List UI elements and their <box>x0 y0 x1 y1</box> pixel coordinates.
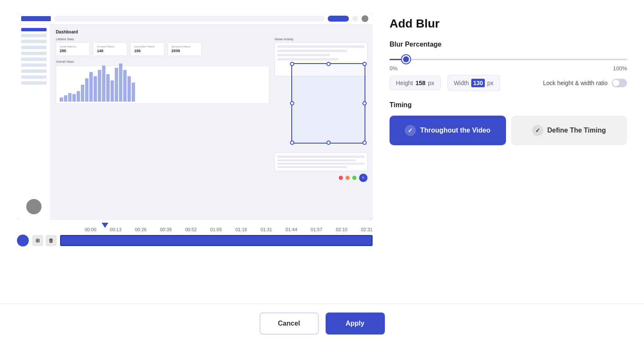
sidebar-item-mock <box>21 40 47 43</box>
sidebar-item-mock <box>21 81 47 85</box>
chart-bar <box>60 97 63 102</box>
width-field: Width 130 px <box>448 75 500 91</box>
new-video-btn-mock <box>328 16 349 22</box>
timestamp-label: 00:52 <box>185 227 197 232</box>
width-label: Width <box>454 80 469 86</box>
stat-card: Subscriber Videos 106 <box>130 42 164 56</box>
timeline-track-row: ⊞ 🗑 <box>17 235 373 246</box>
timestamp-label: 00:39 <box>160 227 172 232</box>
sidebar-bottom <box>26 199 41 217</box>
timing-buttons-group: ✓ Throughout the Video ✓ Define The Timi… <box>390 116 627 145</box>
stats-row: Credit Balance 290 Created Videos 140 Su… <box>56 42 269 56</box>
status-bar-mock: ↻ <box>56 174 368 182</box>
timestamp-label: 02:10 <box>336 227 348 232</box>
timestamp-label: 01:31 <box>260 227 272 232</box>
icon-mock <box>352 16 358 22</box>
blur-slider-container: 0% 100% <box>390 55 627 72</box>
resize-handle-tm[interactable] <box>326 62 331 66</box>
delete-track-button[interactable]: 🗑 <box>46 235 57 246</box>
dimensions-row: Height 158 px Width 130 px Lock height &… <box>390 75 627 91</box>
resize-handle-br[interactable] <box>362 141 367 145</box>
team-activity <box>274 152 368 171</box>
chart-bar <box>119 64 122 102</box>
stat-card: Created Videos 140 <box>93 42 127 56</box>
dashboard-sidebar <box>17 25 51 220</box>
stat-card: Received Videos 2039 <box>168 42 202 56</box>
resize-handle-tl[interactable] <box>290 62 294 66</box>
throughout-video-button[interactable]: ✓ Throughout the Video <box>390 116 506 145</box>
chart-bar <box>64 95 67 102</box>
chart-bar <box>85 78 88 102</box>
chart-bar <box>132 83 135 102</box>
timestamp-label: 00:26 <box>135 227 147 232</box>
height-value: 158 <box>415 80 425 86</box>
chart-bar <box>81 85 84 102</box>
apply-button[interactable]: Apply <box>326 313 385 335</box>
timeline-track[interactable] <box>60 235 373 246</box>
sidebar-item-mock <box>21 75 47 79</box>
chart-bar <box>72 94 76 102</box>
right-content: Viewer Activity <box>274 38 368 171</box>
blur-selection-box[interactable] <box>291 63 365 144</box>
resize-handle-tr[interactable] <box>362 62 367 66</box>
cancel-button[interactable]: Cancel <box>260 313 319 335</box>
bottom-actions: Cancel Apply <box>0 304 644 343</box>
video-player: Dashboard Lifetime Stats Credit Balance … <box>17 13 373 220</box>
lock-ratio-container: Lock height & width ratio <box>543 79 627 87</box>
width-unit: px <box>487 80 494 86</box>
height-field: Height 158 px <box>390 76 441 90</box>
height-unit: px <box>428 80 434 86</box>
sidebar-item-mock <box>21 34 47 37</box>
copy-icon: ⊞ <box>36 238 40 243</box>
profile-avatar <box>26 199 41 214</box>
right-panel: Add Blur Blur Percentage 0% 100% Height … <box>390 13 627 295</box>
sidebar-item-mock <box>21 58 47 61</box>
stat-card: Credit Balance 290 <box>56 42 90 56</box>
resize-handle-bl[interactable] <box>290 141 294 145</box>
define-timing-label: Define The Timing <box>547 127 606 134</box>
sidebar-item-mock <box>21 64 47 67</box>
logo-mock <box>21 16 51 21</box>
dashboard-main: Dashboard Lifetime Stats Credit Balance … <box>51 25 373 220</box>
timeline-icon-group: ⊞ 🗑 <box>32 235 57 246</box>
chart-bar <box>115 68 118 102</box>
timeline-marker <box>102 223 108 228</box>
resize-handle-ml[interactable] <box>290 101 294 105</box>
chart-bar <box>127 76 131 102</box>
chart-bar <box>68 93 72 102</box>
chart-bar <box>123 70 127 102</box>
timestamp-label: 01:57 <box>311 227 323 232</box>
timing-section-label: Timing <box>390 101 627 109</box>
define-checkmark-icon: ✓ <box>532 125 543 136</box>
timestamp-label: 01:18 <box>235 227 247 232</box>
lock-label: Lock height & width ratio <box>543 80 608 86</box>
timeline-add-button[interactable] <box>17 235 29 246</box>
chart-bar <box>98 70 101 102</box>
define-timing-button[interactable]: ✓ Define The Timing <box>511 116 627 145</box>
chart-bar <box>94 76 97 102</box>
width-value: 130 <box>471 79 484 87</box>
chart-bar <box>77 91 80 102</box>
slider-wrapper <box>390 55 627 64</box>
timestamp-label: 01:05 <box>210 227 222 232</box>
video-area: Dashboard Lifetime Stats Credit Balance … <box>17 13 373 295</box>
timeline-timestamps: 00:0000:1300:2600:3900:5201:0501:1801:31… <box>17 227 373 232</box>
panel-title: Add Blur <box>390 17 627 30</box>
copy-track-button[interactable]: ⊞ <box>32 235 43 246</box>
avatar-mock <box>362 15 368 22</box>
dashboard-header: Dashboard <box>56 30 368 34</box>
blur-max-label: 100% <box>613 65 627 72</box>
chart-area <box>56 66 269 104</box>
height-label: Height <box>396 80 413 86</box>
timestamp-label: 02:31 <box>361 227 373 232</box>
sidebar-item-mock <box>21 69 47 73</box>
resize-handle-mr[interactable] <box>362 101 367 105</box>
lock-ratio-toggle[interactable] <box>612 79 627 87</box>
chart-bar <box>102 66 105 102</box>
search-bar-mock <box>54 16 324 22</box>
resize-handle-bm[interactable] <box>326 141 331 145</box>
sidebar-item-mock <box>21 52 47 55</box>
timing-section: Timing ✓ Throughout the Video ✓ Define T… <box>390 101 627 145</box>
sidebar-item-mock <box>21 28 47 31</box>
timestamp-label: 01:44 <box>286 227 298 232</box>
